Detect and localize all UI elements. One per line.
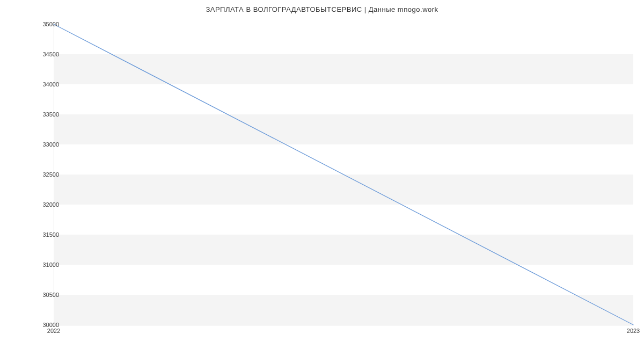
x-axis-line xyxy=(54,325,633,325)
y-tick-label: 32500 xyxy=(27,171,59,178)
x-tick-label: 2023 xyxy=(627,328,640,334)
y-tick-label: 31500 xyxy=(27,231,59,238)
chart-title: ЗАРПЛАТА В ВОЛГОГРАДАВТОБЫТСЕРВИС | Данн… xyxy=(0,5,644,13)
plot-area xyxy=(54,24,633,325)
line-layer xyxy=(54,24,633,325)
y-tick-label: 33500 xyxy=(27,111,59,118)
y-tick-label: 33000 xyxy=(27,141,59,148)
y-tick-label: 32000 xyxy=(27,201,59,208)
y-tick-label: 30500 xyxy=(27,292,59,298)
x-tick-label: 2022 xyxy=(47,328,60,334)
y-tick-label: 34500 xyxy=(27,51,59,57)
line-chart: ЗАРПЛАТА В ВОЛГОГРАДАВТОБЫТСЕРВИС | Данн… xyxy=(0,0,644,349)
y-tick-label: 35000 xyxy=(27,21,59,27)
y-tick-label: 34000 xyxy=(27,81,59,88)
series-line xyxy=(54,24,633,325)
y-tick-label: 31000 xyxy=(27,261,59,268)
